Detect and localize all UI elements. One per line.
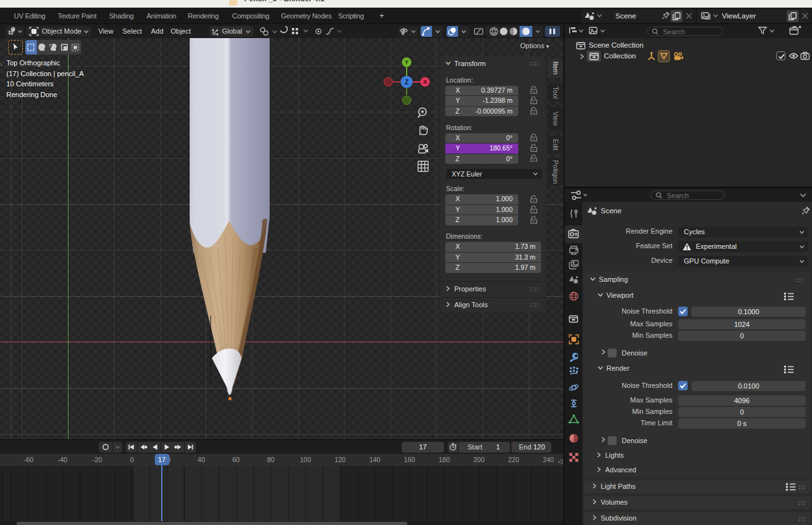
svg-text:X: X	[423, 79, 427, 85]
svg-text:Z: Z	[405, 79, 409, 86]
svg-text:Y: Y	[405, 59, 409, 65]
